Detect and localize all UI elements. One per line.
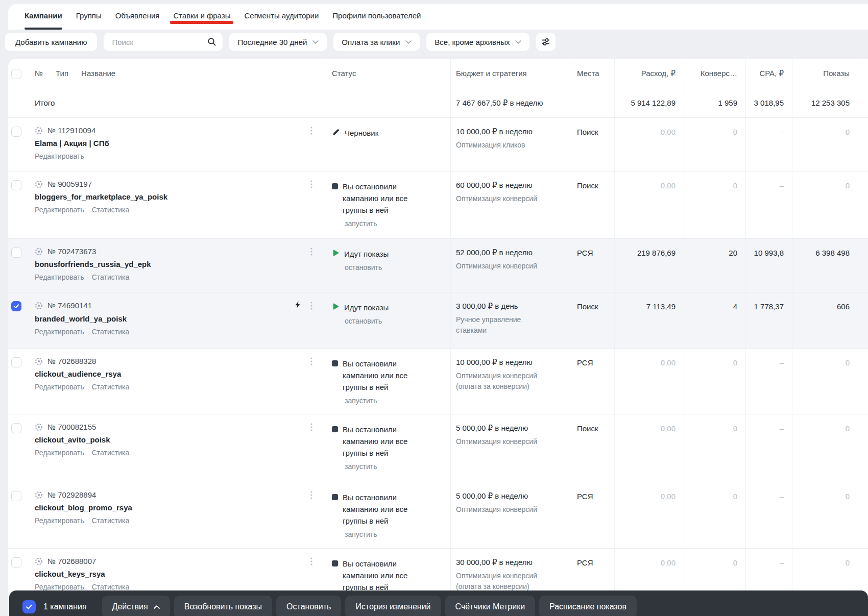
campaign-name[interactable]: branded_world_ya_poisk xyxy=(35,314,324,323)
column-places: Места xyxy=(568,59,614,88)
shows-value: 0 xyxy=(792,349,858,414)
campaign-name[interactable]: clickout_keys_rsya xyxy=(35,570,324,578)
campaign-number: № 702688007 xyxy=(47,557,96,565)
spend-value: 0,00 xyxy=(614,171,684,238)
kebab-icon xyxy=(310,357,312,365)
tab-ads[interactable]: Объявления xyxy=(115,4,160,27)
shows-value: 0 xyxy=(792,118,858,171)
cpa-value: 10 993,8 xyxy=(745,239,792,292)
change-history-button[interactable]: История изменений xyxy=(345,596,441,616)
edit-link[interactable]: Редактировать xyxy=(35,152,84,160)
totals-cpa: 3 018,95 xyxy=(745,88,792,117)
stats-link[interactable]: Статистика xyxy=(92,383,130,391)
budget-amount: 52 000,00 ₽ в неделю xyxy=(456,248,568,257)
campaign-number: № 90059197 xyxy=(47,180,92,188)
select-all-checkbox[interactable] xyxy=(11,69,21,79)
campaign-name[interactable]: clickout_audience_rsya xyxy=(35,369,324,378)
campaign-row: № 702688328 clickout_audience_rsya Редак… xyxy=(8,349,868,414)
campaign-name[interactable]: bloggers_for_marketplace_ya_poisk xyxy=(35,192,324,201)
stats-link[interactable]: Статистика xyxy=(92,449,130,457)
campaign-name[interactable]: clickout_avito_poisk xyxy=(35,435,324,444)
campaign-type-icon xyxy=(35,127,43,135)
campaign-name[interactable]: clickout_blog_promo_rsya xyxy=(35,503,324,512)
tab-bids-phrases[interactable]: Ставки и фразы xyxy=(173,4,230,27)
row-menu-button[interactable] xyxy=(310,357,312,365)
search-box[interactable] xyxy=(104,33,223,51)
budget-strategy: Ручное управление ставками xyxy=(456,314,547,336)
row-menu-button[interactable] xyxy=(310,557,312,565)
edit-link[interactable]: Редактировать xyxy=(35,383,84,391)
show-schedule-button[interactable]: Расписание показов xyxy=(539,596,637,616)
row-menu-button[interactable] xyxy=(310,248,312,256)
edit-link[interactable]: Редактировать xyxy=(35,328,84,336)
edit-link[interactable]: Редактировать xyxy=(35,583,84,591)
stats-link[interactable]: Статистика xyxy=(92,516,130,525)
row-menu-button[interactable] xyxy=(310,491,312,499)
archive-filter-dropdown[interactable]: Все, кроме архивных xyxy=(426,33,529,51)
stop-campaigns-button[interactable]: Остановить xyxy=(276,596,341,616)
shows-value: 0 xyxy=(792,414,858,482)
edit-link[interactable]: Редактировать xyxy=(35,273,84,281)
tab-audience-segments[interactable]: Сегменты аудитории xyxy=(244,4,319,27)
column-cpa: CPA, ₽ xyxy=(745,59,792,88)
spend-value: 0,00 xyxy=(614,482,684,548)
column-status: Статус xyxy=(324,59,450,88)
payment-filter-dropdown[interactable]: Оплата за клики xyxy=(333,33,420,51)
row-checkbox[interactable] xyxy=(11,127,21,137)
tab-campaigns[interactable]: Кампании xyxy=(25,4,62,27)
campaign-type-icon xyxy=(35,180,43,188)
budget-amount: 30 000,00 ₽ в неделю xyxy=(456,558,568,567)
row-menu-button[interactable] xyxy=(310,180,312,188)
campaign-type-icon xyxy=(35,491,43,499)
tab-groups[interactable]: Группы xyxy=(76,4,102,27)
chevron-down-icon xyxy=(515,40,521,44)
edit-link[interactable]: Редактировать xyxy=(35,449,84,457)
stats-link[interactable]: Статистика xyxy=(92,583,130,591)
campaign-number: № 702473673 xyxy=(47,247,96,256)
status-action-link[interactable]: запустить xyxy=(345,219,450,228)
row-checkbox[interactable] xyxy=(11,557,21,568)
cpa-value: – xyxy=(745,482,792,548)
row-checkbox[interactable] xyxy=(11,301,21,311)
campaign-name[interactable]: bonusforfriends_russia_yd_epk xyxy=(35,260,324,268)
row-checkbox[interactable] xyxy=(11,357,21,367)
status-action-link[interactable]: запустить xyxy=(345,397,450,405)
tab-user-profiles[interactable]: Профили пользователей xyxy=(332,4,421,27)
play-icon xyxy=(332,303,340,310)
row-menu-button[interactable] xyxy=(310,127,312,135)
edit-link[interactable]: Редактировать xyxy=(35,206,84,214)
row-menu-button[interactable] xyxy=(310,423,312,431)
add-campaign-button[interactable]: Добавить кампанию xyxy=(5,33,97,51)
kebab-icon xyxy=(310,557,312,565)
campaign-type-icon xyxy=(35,423,43,431)
stats-link[interactable]: Статистика xyxy=(92,328,130,336)
period-filter-dropdown[interactable]: Последние 30 дней xyxy=(229,33,327,51)
stats-link[interactable]: Статистика xyxy=(92,206,130,214)
selection-checkbox[interactable] xyxy=(22,600,36,613)
places-value: Поиск xyxy=(568,414,614,482)
campaign-name[interactable]: Elama | Акция | СПб xyxy=(35,139,324,147)
edit-link[interactable]: Редактировать xyxy=(35,516,84,525)
kebab-icon xyxy=(310,248,312,256)
row-checkbox[interactable] xyxy=(11,248,21,258)
status-action-link[interactable]: запустить xyxy=(345,462,450,471)
table-settings-button[interactable] xyxy=(536,33,556,51)
actions-menu-button[interactable]: Действия xyxy=(102,596,170,616)
row-checkbox[interactable] xyxy=(11,423,21,433)
stats-link[interactable]: Статистика xyxy=(92,273,130,281)
status-text: Черновик xyxy=(345,127,378,139)
status-action-link[interactable]: остановить xyxy=(345,317,450,325)
tab-label: Сегменты аудитории xyxy=(244,11,319,20)
row-checkbox[interactable] xyxy=(11,180,21,190)
metrika-counters-button[interactable]: Счётчики Метрики xyxy=(445,596,536,616)
row-menu-button[interactable] xyxy=(310,302,312,310)
resume-shows-button[interactable]: Возобновить показы xyxy=(174,596,272,616)
row-checkbox[interactable] xyxy=(11,491,21,501)
search-input[interactable] xyxy=(112,38,199,46)
places-value: РСЯ xyxy=(568,239,614,292)
budget-amount: 10 000,00 ₽ в неделю xyxy=(456,358,568,367)
status-action-link[interactable]: запустить xyxy=(345,530,450,538)
status-action-link[interactable]: остановить xyxy=(345,263,450,272)
campaigns-table: № Тип Название Статус Бюджет и стратегия… xyxy=(8,59,868,616)
places-value: Поиск xyxy=(568,118,614,171)
